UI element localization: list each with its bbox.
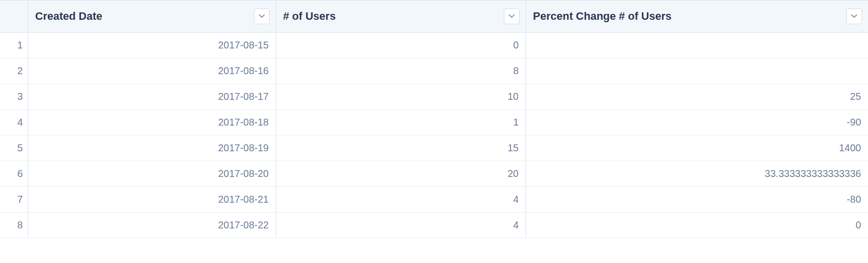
table-row: 82017-08-2240 — [0, 213, 868, 238]
data-table: Created Date # of Users Percent Change #… — [0, 0, 868, 238]
cell-created-date[interactable]: 2017-08-15 — [28, 33, 276, 58]
column-header-created-date[interactable]: Created Date — [28, 0, 276, 32]
cell-created-date[interactable]: 2017-08-18 — [28, 110, 276, 135]
row-number-cell: 6 — [0, 161, 28, 186]
table-row: 42017-08-181-90 — [0, 110, 868, 135]
cell-percent-change[interactable]: 1400 — [526, 135, 868, 161]
row-number-cell: 1 — [0, 33, 28, 58]
table-row: 12017-08-150 — [0, 33, 868, 58]
cell-created-date[interactable]: 2017-08-19 — [28, 135, 276, 161]
column-menu-button-num-users[interactable] — [504, 8, 520, 24]
chevron-down-icon — [508, 12, 515, 21]
cell-created-date[interactable]: 2017-08-21 — [28, 187, 276, 212]
chevron-down-icon — [258, 12, 265, 21]
cell-num-users[interactable]: 10 — [276, 84, 526, 109]
chevron-down-icon — [851, 12, 858, 21]
table-row: 22017-08-168 — [0, 58, 868, 84]
cell-percent-change[interactable] — [526, 33, 868, 58]
row-number-cell: 8 — [0, 213, 28, 238]
row-number-cell: 5 — [0, 135, 28, 161]
cell-created-date[interactable]: 2017-08-17 — [28, 84, 276, 109]
cell-num-users[interactable]: 0 — [276, 33, 526, 58]
column-header-num-users[interactable]: # of Users — [276, 0, 526, 32]
table-header-row: Created Date # of Users Percent Change #… — [0, 0, 868, 33]
column-header-label: Percent Change # of Users — [533, 10, 672, 23]
row-number-header — [0, 0, 28, 32]
cell-percent-change[interactable]: -90 — [526, 110, 868, 135]
row-number-cell: 3 — [0, 84, 28, 109]
cell-percent-change[interactable]: 25 — [526, 84, 868, 109]
cell-num-users[interactable]: 20 — [276, 161, 526, 186]
cell-num-users[interactable]: 1 — [276, 110, 526, 135]
cell-percent-change[interactable] — [526, 58, 868, 84]
cell-created-date[interactable]: 2017-08-16 — [28, 58, 276, 84]
cell-num-users[interactable]: 8 — [276, 58, 526, 84]
row-number-cell: 7 — [0, 187, 28, 212]
cell-num-users[interactable]: 15 — [276, 135, 526, 161]
column-header-label: # of Users — [283, 10, 336, 23]
table-row: 62017-08-202033.333333333333336 — [0, 161, 868, 187]
column-menu-button-percent-change[interactable] — [846, 8, 862, 24]
table-row: 32017-08-171025 — [0, 84, 868, 110]
cell-num-users[interactable]: 4 — [276, 213, 526, 238]
column-menu-button-created-date[interactable] — [254, 8, 270, 24]
table-row: 52017-08-19151400 — [0, 135, 868, 161]
cell-percent-change[interactable]: 33.333333333333336 — [526, 161, 868, 186]
cell-percent-change[interactable]: -80 — [526, 187, 868, 212]
cell-num-users[interactable]: 4 — [276, 187, 526, 212]
row-number-cell: 4 — [0, 110, 28, 135]
column-header-percent-change[interactable]: Percent Change # of Users — [526, 0, 868, 32]
column-header-label: Created Date — [35, 10, 102, 23]
table-row: 72017-08-214-80 — [0, 187, 868, 213]
cell-created-date[interactable]: 2017-08-22 — [28, 213, 276, 238]
cell-percent-change[interactable]: 0 — [526, 213, 868, 238]
cell-created-date[interactable]: 2017-08-20 — [28, 161, 276, 186]
row-number-cell: 2 — [0, 58, 28, 84]
table-body: 12017-08-15022017-08-16832017-08-1710254… — [0, 33, 868, 238]
